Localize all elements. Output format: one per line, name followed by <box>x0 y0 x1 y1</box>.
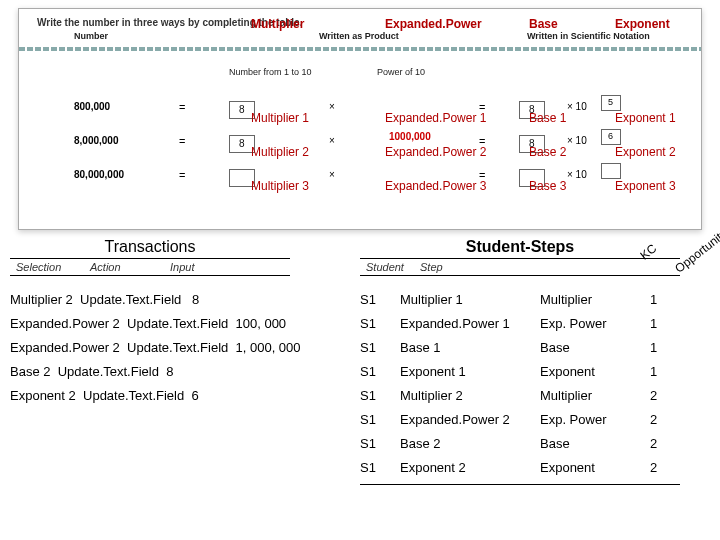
th-selection: Selection <box>10 261 90 273</box>
divider <box>360 484 680 485</box>
sub-range: Number from 1 to 10 <box>229 67 312 77</box>
row-exponent-label: Exponent 3 <box>615 179 676 193</box>
transactions-body: Multiplier 2 Update.Text.Field 8 Expande… <box>10 288 354 408</box>
transactions-panel: Transactions Selection Action Input Mult… <box>10 238 354 408</box>
worksheet-image: Write the number in three ways by comple… <box>18 8 702 230</box>
student-step-row: S1Exponent 1Exponent1 <box>360 360 710 384</box>
sub-power: Power of 10 <box>377 67 425 77</box>
row-base-label: Base 1 <box>529 111 566 125</box>
divider <box>360 275 680 276</box>
times10: × 10 <box>567 101 587 112</box>
row-number: 8,000,000 <box>74 135 119 146</box>
transaction-row: Expanded.Power 2 Update.Text.Field 1, 00… <box>10 336 354 360</box>
times10: × 10 <box>567 135 587 146</box>
transactions-title: Transactions <box>50 238 250 256</box>
exponent-input[interactable] <box>601 163 621 179</box>
student-steps-panel: Student-Steps Student Step S1Multiplier … <box>360 238 710 487</box>
col-product: Written as Product <box>319 31 399 41</box>
divider <box>10 275 290 276</box>
student-steps-title: Student-Steps <box>400 238 640 256</box>
th-step: Step <box>420 261 560 273</box>
student-step-row: S1Expanded.Power 2 Exp. Power2 <box>360 408 710 432</box>
exponent-input[interactable]: 5 <box>601 95 621 111</box>
row-exp-label: Expanded.Power 2 <box>385 145 486 159</box>
row-exponent-label: Exponent 1 <box>615 111 676 125</box>
overlay-exponent: Exponent <box>615 17 670 31</box>
transaction-row: Multiplier 2 Update.Text.Field 8 <box>10 288 354 312</box>
col-scientific: Written in Scientific Notation <box>527 31 650 41</box>
overlay-multiplier: Multiplier <box>251 17 304 31</box>
transactions-header: Selection Action Input <box>10 261 354 273</box>
row-exponent-label: Exponent 2 <box>615 145 676 159</box>
transaction-row: Exponent 2 Update.Text.Field 6 <box>10 384 354 408</box>
row-mult-label: Multiplier 3 <box>251 179 309 193</box>
th-action: Action <box>90 261 170 273</box>
student-steps-body: S1Multiplier 1Multiplier1 S1Expanded.Pow… <box>360 288 710 480</box>
student-step-row: S1Multiplier 2Multiplier2 <box>360 384 710 408</box>
student-step-row: S1Base 2Base2 <box>360 432 710 456</box>
divider <box>360 258 680 259</box>
overlay-base: Base <box>529 17 558 31</box>
col-number: Number <box>74 31 108 41</box>
equals: = <box>179 169 185 181</box>
student-steps-header: Student Step <box>360 261 710 273</box>
student-step-row: S1Expanded.Power 1 Exp. Power1 <box>360 312 710 336</box>
student-step-row: S1Base 1Base1 <box>360 336 710 360</box>
ws-row: 800,000 = 8 × = 8 × 10 5 Multiplier 1 Ex… <box>19 101 701 135</box>
times: × <box>329 135 335 146</box>
transaction-row: Expanded.Power 2 Update.Text.Field 100, … <box>10 312 354 336</box>
equals: = <box>179 101 185 113</box>
ws-row: 8,000,000 = 8 × 1000,000 = 8 × 10 6 Mult… <box>19 135 701 169</box>
overlay-expanded: Expanded.Power <box>385 17 482 31</box>
row-mult-label: Multiplier 2 <box>251 145 309 159</box>
equals: = <box>179 135 185 147</box>
divider <box>19 47 701 51</box>
times: × <box>329 101 335 112</box>
student-step-row: S1Multiplier 1Multiplier1 <box>360 288 710 312</box>
row-number: 800,000 <box>74 101 110 112</box>
row-mult-label: Multiplier 1 <box>251 111 309 125</box>
row-base-label: Base 3 <box>529 179 566 193</box>
th-input: Input <box>170 261 250 273</box>
row-base-label: Base 2 <box>529 145 566 159</box>
ws-row: 80,000,000 = × = × 10 Multiplier 3 Expan… <box>19 169 701 203</box>
row-exp-label: Expanded.Power 3 <box>385 179 486 193</box>
th-student: Student <box>360 261 420 273</box>
student-step-row: S1Exponent 2Exponent2 <box>360 456 710 480</box>
row-number: 80,000,000 <box>74 169 124 180</box>
transaction-row: Base 2 Update.Text.Field 8 <box>10 360 354 384</box>
times: × <box>329 169 335 180</box>
exponent-input[interactable]: 6 <box>601 129 621 145</box>
row-exp-label: Expanded.Power 1 <box>385 111 486 125</box>
divider <box>10 258 290 259</box>
times10: × 10 <box>567 169 587 180</box>
red-entry: 1000,000 <box>389 131 431 142</box>
